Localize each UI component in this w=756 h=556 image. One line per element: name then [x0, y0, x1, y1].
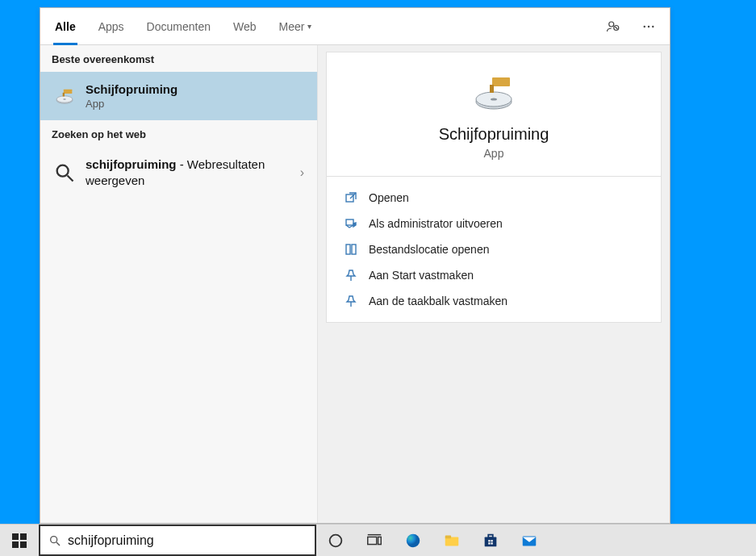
action-open-location[interactable]: Bestandslocatie openen [327, 236, 661, 262]
tab-label: Documenten [147, 20, 211, 33]
taskbar-mail-icon[interactable] [510, 525, 549, 556]
svg-point-4 [652, 25, 654, 27]
tab-label: Apps [98, 20, 124, 33]
svg-rect-31 [378, 537, 382, 544]
svg-rect-41 [491, 542, 492, 544]
svg-rect-19 [346, 245, 350, 254]
tab-label: Alle [55, 20, 76, 33]
detail-hero: Schijfopruiming App [326, 52, 662, 177]
detail-actions: Openen Als administrator uitvoeren Besta… [326, 177, 662, 323]
cortana-button[interactable] [316, 525, 355, 556]
svg-rect-24 [20, 533, 27, 540]
task-view-button[interactable] [355, 525, 394, 556]
action-open[interactable]: Openen [327, 185, 661, 211]
shield-admin-icon [345, 217, 357, 230]
web-heading: Zoeken op het web [40, 120, 317, 147]
svg-rect-30 [368, 537, 377, 544]
search-icon [53, 161, 76, 184]
action-pin-start[interactable]: Aan Start vastmaken [327, 262, 661, 288]
svg-rect-39 [491, 540, 492, 541]
action-pin-taskbar[interactable]: Aan de taakbalk vastmaken [327, 288, 661, 314]
tab-documents[interactable]: Documenten [136, 8, 222, 44]
web-result-title: schijfopruiming - Webresultaten weergeve… [86, 157, 284, 188]
tab-label: Meer [279, 20, 305, 33]
tab-label: Web [233, 20, 257, 33]
svg-point-10 [57, 165, 69, 177]
result-subtitle: App [86, 98, 304, 111]
svg-point-33 [407, 533, 420, 547]
svg-rect-18 [346, 219, 353, 225]
disk-cleanup-icon [53, 85, 76, 107]
svg-rect-16 [490, 85, 494, 93]
pin-icon [345, 295, 357, 307]
taskbar-explorer-icon[interactable] [432, 525, 471, 556]
search-icon [48, 534, 61, 547]
detail-column: Schijfopruiming App Openen Als administr… [318, 45, 670, 523]
action-label: Aan Start vastmaken [369, 269, 474, 282]
result-best-match[interactable]: Schijfopruiming App [40, 72, 317, 120]
detail-title: Schijfopruiming [327, 125, 661, 144]
action-label: Openen [369, 191, 409, 204]
svg-point-0 [609, 22, 614, 27]
taskbar-store-icon[interactable] [471, 525, 510, 556]
svg-rect-40 [488, 542, 490, 544]
svg-point-27 [51, 536, 57, 542]
action-label: Bestandslocatie openen [369, 243, 489, 256]
chevron-down-icon: ▾ [307, 22, 311, 31]
svg-rect-15 [492, 77, 510, 86]
more-options-icon[interactable] [631, 8, 666, 44]
svg-point-29 [330, 534, 342, 546]
taskbar-search-box[interactable] [39, 525, 316, 556]
svg-rect-25 [12, 541, 19, 548]
pin-icon [345, 269, 357, 282]
feedback-icon[interactable] [595, 8, 631, 44]
tab-web[interactable]: Web [222, 8, 268, 44]
svg-rect-38 [488, 540, 490, 541]
svg-rect-20 [352, 245, 356, 254]
svg-rect-37 [488, 534, 493, 537]
best-match-heading: Beste overeenkomst [40, 45, 317, 72]
start-button[interactable] [0, 525, 39, 556]
results-column: Beste overeenkomst Schijfopruiming App Z… [40, 45, 318, 523]
detail-subtitle: App [327, 147, 661, 160]
svg-point-7 [63, 98, 66, 100]
svg-rect-35 [445, 535, 451, 538]
taskbar [0, 524, 756, 556]
tab-more[interactable]: Meer ▾ [268, 8, 324, 44]
svg-rect-26 [20, 541, 27, 548]
result-web[interactable]: schijfopruiming - Webresultaten weergeve… [40, 147, 317, 198]
svg-line-28 [56, 542, 60, 546]
folder-location-icon [345, 243, 357, 256]
action-run-admin[interactable]: Als administrator uitvoeren [327, 211, 661, 236]
svg-point-14 [491, 98, 497, 100]
svg-rect-17 [346, 194, 353, 202]
search-flyout: Alle Apps Documenten Web Meer ▾ Beste ov… [40, 7, 670, 524]
svg-rect-23 [12, 533, 19, 540]
tabs-row: Alle Apps Documenten Web Meer ▾ [40, 8, 670, 45]
chevron-right-icon: › [294, 165, 304, 180]
svg-line-11 [68, 175, 73, 181]
svg-rect-9 [63, 93, 65, 97]
disk-cleanup-icon [470, 75, 518, 111]
action-label: Aan de taakbalk vastmaken [369, 295, 507, 307]
result-title: Schijfopruiming [86, 82, 304, 98]
svg-point-3 [648, 25, 649, 27]
svg-rect-8 [64, 89, 73, 93]
action-label: Als administrator uitvoeren [369, 217, 503, 230]
tab-apps[interactable]: Apps [87, 8, 136, 44]
taskbar-edge-icon[interactable] [394, 525, 432, 556]
svg-point-2 [644, 25, 645, 27]
search-input[interactable] [68, 533, 307, 548]
tab-all[interactable]: Alle [44, 8, 87, 44]
open-icon [345, 191, 357, 204]
